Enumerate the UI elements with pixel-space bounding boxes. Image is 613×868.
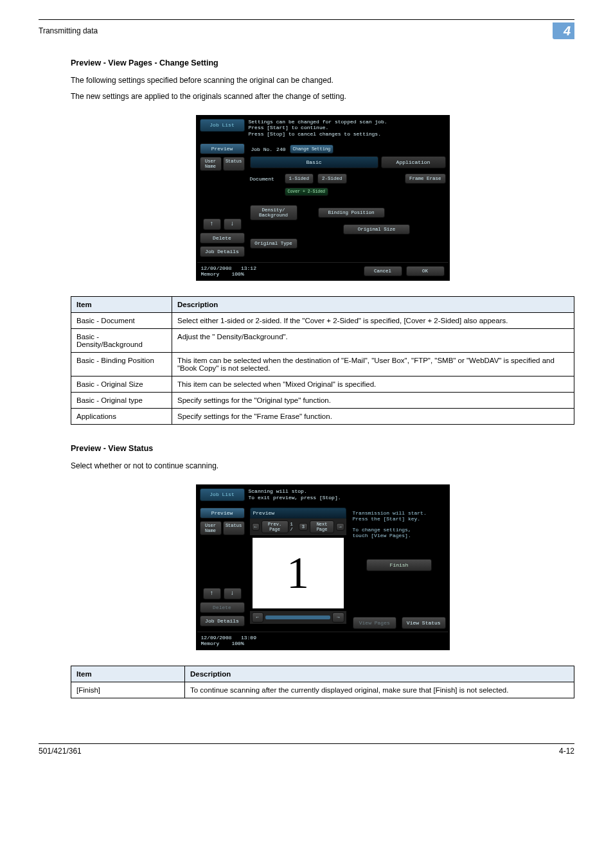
cancel-button[interactable]: Cancel bbox=[364, 266, 402, 276]
nav-right-button[interactable]: → bbox=[336, 523, 344, 531]
finish-button[interactable]: Finish bbox=[366, 559, 432, 571]
msg-line: Press the [Start] key. bbox=[353, 516, 446, 522]
cell-desc: Specify settings for the "Original type"… bbox=[172, 393, 574, 409]
footer-page-number: 4-12 bbox=[559, 747, 574, 756]
footer-info: 12/09/2008 13:09 Memory 100% bbox=[201, 635, 256, 646]
para: The new settings are applied to the orig… bbox=[71, 91, 574, 102]
settings-table: Item Description Basic - DocumentSelect … bbox=[71, 296, 574, 425]
th-description: Description bbox=[172, 297, 574, 313]
cell-item: Basic - Density/Background bbox=[71, 329, 172, 353]
binding-position-button[interactable]: Binding Position bbox=[318, 208, 385, 218]
screenshot-change-setting: Job List Settings can be changed for sto… bbox=[196, 115, 450, 281]
job-no-label: Job No. bbox=[251, 146, 273, 152]
1-sided-button[interactable]: 1-Sided bbox=[285, 173, 314, 184]
cell-desc: To continue scanning after the currently… bbox=[185, 682, 574, 698]
user-name-tab[interactable]: User Name bbox=[200, 521, 222, 535]
preview-button[interactable]: Preview bbox=[200, 508, 245, 518]
footer-info: 12/09/2008 13:12 Memory 100% bbox=[201, 265, 256, 277]
cell-desc: This item can be selected when the desti… bbox=[172, 353, 574, 376]
frame-erase-button[interactable]: Frame Erase bbox=[405, 173, 446, 184]
footer-model: 501/421/361 bbox=[39, 747, 82, 756]
th-item: Item bbox=[71, 297, 172, 313]
table-row: Basic - DocumentSelect either 1-sided or… bbox=[71, 313, 574, 329]
cell-item: Basic - Original type bbox=[71, 393, 172, 409]
heading-view-status: Preview - View Status bbox=[71, 444, 574, 453]
scroll-left-button[interactable]: ← bbox=[252, 612, 264, 623]
job-no-value: 240 bbox=[276, 146, 285, 152]
down-arrow-button[interactable]: ↓ bbox=[224, 218, 242, 230]
original-type-button[interactable]: Original Type bbox=[250, 238, 298, 249]
table-row: Basic - Original typeSpecify settings fo… bbox=[71, 393, 574, 409]
chapter-badge: 4 bbox=[553, 22, 574, 39]
scrollbar[interactable] bbox=[265, 616, 330, 619]
next-page-button[interactable]: Next Page bbox=[310, 520, 334, 533]
cell-item: Basic - Binding Position bbox=[71, 353, 172, 376]
table-row: Basic - Original SizeThis item can be se… bbox=[71, 376, 574, 393]
ok-button[interactable]: OK bbox=[406, 266, 445, 276]
scroll-right-button[interactable]: → bbox=[332, 612, 344, 623]
delete-button[interactable]: Delete bbox=[200, 233, 245, 244]
down-arrow-button[interactable]: ↓ bbox=[224, 588, 242, 599]
msg-line: Press [Start] to continue. bbox=[249, 125, 387, 131]
status-message: Scanning will stop. To exit preview, pre… bbox=[249, 488, 341, 501]
th-description: Description bbox=[185, 666, 574, 682]
up-arrow-button[interactable]: ↑ bbox=[203, 218, 221, 230]
status-tab[interactable]: Status bbox=[223, 157, 245, 171]
tab-application[interactable]: Application bbox=[381, 156, 446, 168]
view-pages-button[interactable]: View Pages bbox=[353, 617, 397, 629]
preview-pane: Preview ← Prev. Page 1 / 3 Next Page → 1 bbox=[250, 508, 346, 629]
tab-basic[interactable]: Basic bbox=[250, 156, 378, 168]
cell-item: Basic - Original Size bbox=[71, 376, 172, 393]
cover-2-sided-button[interactable]: Cover + 2-Sided bbox=[285, 188, 329, 196]
footer-date: 12/09/2008 bbox=[201, 635, 232, 641]
status-message: Settings can be changed for stopped scan… bbox=[249, 119, 387, 137]
delete-button[interactable]: Delete bbox=[200, 602, 245, 613]
para: Select whether or not to continue scanni… bbox=[71, 461, 574, 472]
job-details-button[interactable]: Job Details bbox=[200, 246, 245, 257]
para: The following settings specified before … bbox=[71, 75, 574, 86]
cell-desc: Specify settings for the "Frame Erase" f… bbox=[172, 409, 574, 425]
footer-time: 13:09 bbox=[241, 635, 256, 641]
msg-line: To change settings, bbox=[353, 527, 446, 533]
side-msg: Transmission will start. Press the [Star… bbox=[353, 510, 446, 522]
footer-memory-label: Memory bbox=[201, 641, 220, 646]
msg-line: Transmission will start. bbox=[353, 510, 446, 516]
status-tab[interactable]: Status bbox=[223, 521, 245, 535]
cell-item: [Finish] bbox=[71, 682, 185, 698]
table-row: ApplicationsSpecify settings for the "Fr… bbox=[71, 409, 574, 425]
footer-memory-pct: 100% bbox=[232, 271, 244, 277]
footer-memory-pct: 100% bbox=[232, 641, 244, 646]
job-list-button[interactable]: Job List bbox=[200, 119, 245, 132]
preview-button[interactable]: Preview bbox=[200, 143, 245, 154]
msg-line: Settings can be changed for stopped scan… bbox=[249, 119, 387, 125]
page-preview: 1 bbox=[253, 538, 344, 608]
msg-line: Press [Stop] to cancel changes to settin… bbox=[249, 131, 387, 137]
status-table: Item Description [Finish]To continue sca… bbox=[71, 666, 574, 698]
cell-desc: Adjust the " Density/Background". bbox=[172, 329, 574, 353]
view-status-button[interactable]: View Status bbox=[402, 617, 446, 629]
page-total: 3 bbox=[299, 523, 308, 531]
screenshot-view-status: Job List Scanning will stop. To exit pre… bbox=[196, 484, 450, 650]
user-name-tab[interactable]: User Name bbox=[200, 157, 222, 171]
job-list-button[interactable]: Job List bbox=[200, 488, 245, 501]
footer-date: 12/09/2008 bbox=[201, 265, 232, 271]
msg-line: touch [View Pages]. bbox=[353, 533, 446, 538]
table-row: [Finish]To continue scanning after the c… bbox=[71, 682, 574, 698]
up-arrow-button[interactable]: ↑ bbox=[203, 588, 221, 599]
table-row: Basic - Density/BackgroundAdjust the " D… bbox=[71, 329, 574, 353]
density-background-button[interactable]: Density/ Background bbox=[250, 205, 298, 220]
th-item: Item bbox=[71, 666, 185, 682]
cell-desc: This item can be selected when "Mixed Or… bbox=[172, 376, 574, 393]
cell-item: Basic - Document bbox=[71, 313, 172, 329]
change-setting-chip[interactable]: Change Setting bbox=[290, 145, 334, 154]
section-title: Transmitting data bbox=[39, 26, 98, 35]
footer-memory-label: Memory bbox=[201, 271, 220, 277]
prev-page-button[interactable]: Prev. Page bbox=[262, 520, 289, 533]
cell-desc: Select either 1-sided or 2-sided. If the… bbox=[172, 313, 574, 329]
table-row: Basic - Binding PositionThis item can be… bbox=[71, 353, 574, 376]
original-size-button[interactable]: Original Size bbox=[343, 224, 410, 235]
nav-left-button[interactable]: ← bbox=[252, 523, 260, 531]
msg-line: To exit preview, press [Stop]. bbox=[249, 495, 341, 501]
2-sided-button[interactable]: 2-Sided bbox=[317, 173, 347, 184]
job-details-button[interactable]: Job Details bbox=[200, 616, 245, 626]
